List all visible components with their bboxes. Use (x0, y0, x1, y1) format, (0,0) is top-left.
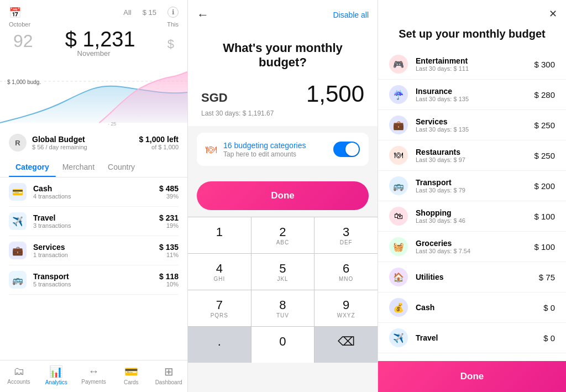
global-budget[interactable]: R Global Budget $ 56 / day remaining $ 1… (0, 128, 187, 157)
cat-amount: $ 135 (159, 243, 179, 252)
nav-dashboard[interactable]: ⊞ Dashboard (150, 365, 187, 385)
key-letters: WXYZ (315, 312, 378, 318)
key-8[interactable]: 8 TUV (251, 290, 315, 326)
cat-name: Transport (416, 178, 526, 187)
key-9[interactable]: 9 WXYZ (315, 290, 378, 326)
info-icon[interactable]: ℹ (167, 7, 179, 18)
key-digit: 2 (251, 225, 315, 239)
list-item[interactable]: ☔ Insurance Last 30 days: $ 135 $ 280 (378, 80, 566, 110)
list-item[interactable]: 🎮 Entertainment Last 30 days: $ 111 $ 30… (378, 49, 566, 80)
global-budget-amount: $ 1,000 left (139, 135, 179, 144)
analytics-header: 📅 All $ 15 ℹ (0, 0, 187, 19)
services-icon: 💼 (389, 116, 408, 134)
cat-name: Shopping (416, 208, 526, 217)
budget-category-list: 🎮 Entertainment Last 30 days: $ 111 $ 30… (378, 49, 566, 370)
done-button[interactable]: Done (197, 181, 369, 210)
cat-name: Travel (33, 213, 153, 222)
restaurants-icon: 🍽 (389, 146, 408, 165)
all-filter[interactable]: All (123, 8, 131, 17)
entertainment-icon: 🎮 (389, 55, 408, 74)
tab-merchant[interactable]: Merchant (56, 157, 101, 177)
global-budget-avatar: R (9, 134, 27, 151)
list-item[interactable]: 🚌 Transport Last 30 days: $ 79 $ 200 (378, 171, 566, 201)
travel-icon: ✈️ (9, 212, 27, 230)
key-digit: 4 (188, 262, 251, 276)
current-amount: $ 1,231 (65, 28, 135, 51)
budget-label: $ 1,000 budg. (6, 79, 43, 86)
key-digit: 0 (251, 334, 315, 349)
tab-category[interactable]: Category (9, 157, 56, 177)
last30-label: Last 30 days: $ 1,191.67 (188, 109, 378, 126)
list-item[interactable]: ✈️ Travel 3 transactions $ 231 19% (9, 207, 179, 236)
cat-budget: $ 0 (543, 303, 555, 312)
back-button[interactable]: ← (197, 8, 209, 22)
fork-icon: 🍽 (206, 143, 217, 156)
key-7[interactable]: 7 PQRS (188, 290, 251, 326)
key-letters (315, 349, 378, 355)
calendar-icon: 📅 (9, 7, 21, 19)
key-6[interactable]: 6 MNO (315, 254, 378, 290)
key-0[interactable]: 0 (251, 327, 315, 363)
services-icon: 💼 (9, 242, 27, 259)
cat-pct: 39% (159, 193, 179, 200)
cat-name: Restaurants (416, 148, 526, 156)
key-letters: PQRS (188, 312, 251, 318)
key-letters: TUV (251, 312, 315, 318)
cat-budget: $ 250 (534, 151, 555, 160)
list-item[interactable]: 💰 Cash $ 0 (378, 292, 566, 323)
svg-text:· 25: · 25 (108, 121, 116, 127)
cat-budget: $ 0 (543, 333, 555, 343)
key-3[interactable]: 3 DEF (315, 217, 378, 253)
key-letters (188, 349, 251, 355)
this-label: This (167, 21, 179, 28)
backspace-icon: ⌫ (315, 334, 378, 349)
key-5[interactable]: 5 JKL (251, 254, 315, 290)
cat-name: Groceries (416, 239, 526, 248)
cat-name: Cash (33, 184, 153, 193)
list-item[interactable]: 💳 Cash 4 transactions $ 485 39% (9, 177, 179, 207)
list-item[interactable]: 🛍 Shopping Last 30 days: $ 46 $ 100 (378, 201, 566, 232)
analytics-panel: 📅 All $ 15 ℹ October This 92 $ 1,231 $ N… (0, 0, 188, 392)
dashboard-icon: ⊞ (164, 365, 174, 378)
budgeting-categories-row[interactable]: 🍽 16 budgeting categories Tap here to ed… (197, 133, 369, 166)
nav-accounts[interactable]: 🗂 Accounts (0, 365, 38, 385)
cards-icon: 💳 (124, 365, 138, 378)
key-2[interactable]: 2 ABC (251, 217, 315, 253)
key-4[interactable]: 4 GHI (188, 254, 251, 290)
tab-country[interactable]: Country (101, 157, 142, 177)
category-list: 💳 Cash 4 transactions $ 485 39% ✈️ Trave… (0, 177, 187, 295)
nav-payments[interactable]: ↔ Payments (75, 365, 113, 385)
key-dot[interactable]: . (188, 327, 251, 363)
close-button[interactable]: ✕ (549, 8, 557, 20)
cash-icon: 💳 (9, 183, 27, 201)
key-backspace[interactable]: ⌫ (315, 327, 378, 363)
list-item[interactable]: 🚌 Transport 5 transactions $ 118 10% (9, 265, 179, 295)
disable-all-button[interactable]: Disable all (333, 11, 369, 19)
global-budget-of: of $ 1,000 (139, 144, 179, 150)
cat-name: Travel (416, 333, 536, 342)
setup-header: ✕ (378, 0, 566, 28)
payments-icon: ↔ (88, 365, 99, 378)
cat-sub: 4 transactions (33, 193, 153, 200)
cat-sub: 1 transaction (33, 252, 153, 258)
categories-toggle[interactable] (333, 142, 360, 157)
cat-sub: Last 30 days: $ 97 (416, 156, 526, 163)
list-item[interactable]: 🏠 Utilities $ 75 (378, 262, 566, 292)
categories-link[interactable]: 16 budgeting categories (223, 141, 306, 150)
cat-pct: 19% (159, 222, 179, 229)
amount-filter[interactable]: $ 15 (143, 8, 156, 17)
nav-analytics[interactable]: 📊 Analytics (38, 365, 75, 385)
list-item[interactable]: 🍽 Restaurants Last 30 days: $ 97 $ 250 (378, 140, 566, 171)
key-1[interactable]: 1 (188, 217, 251, 253)
nav-cards[interactable]: 💳 Cards (112, 365, 150, 385)
nav-label: Analytics (45, 379, 67, 385)
keyboard-header: ← Disable all (188, 0, 378, 30)
list-item[interactable]: ✈️ Travel $ 0 (378, 323, 566, 353)
nav-label: Dashboard (155, 379, 182, 385)
setup-done-button[interactable]: Done (378, 361, 566, 392)
spending-chart: · 25 $ 1,000 budg. (0, 62, 187, 128)
list-item[interactable]: 🧺 Groceries Last 30 days: $ 7.54 $ 100 (378, 232, 566, 262)
cat-budget: $ 75 (539, 273, 555, 282)
list-item[interactable]: 💼 Services 1 transaction $ 135 11% (9, 236, 179, 265)
list-item[interactable]: 💼 Services Last 30 days: $ 135 $ 250 (378, 110, 566, 140)
